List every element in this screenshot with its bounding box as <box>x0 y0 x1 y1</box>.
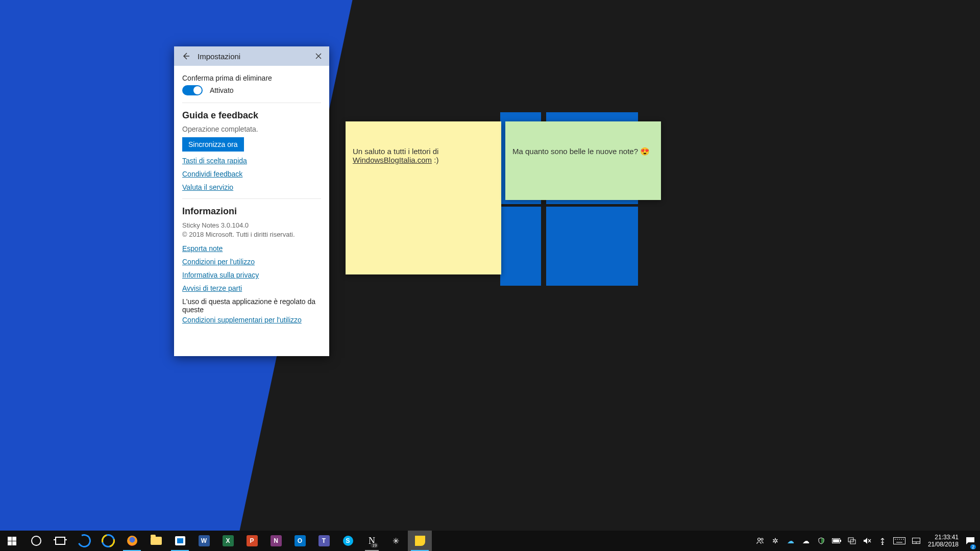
confirm-delete-label: Conferma prima di eliminare <box>182 74 321 82</box>
titlebar[interactable]: Impostazioni <box>174 46 329 66</box>
close-button[interactable] <box>311 48 326 64</box>
taskbar-app-ie[interactable] <box>96 531 120 551</box>
help-heading: Guida e feedback <box>182 110 321 121</box>
confirm-delete-toggle[interactable] <box>182 85 203 95</box>
notification-badge: 2 <box>970 544 976 549</box>
svg-rect-3 <box>840 540 841 542</box>
taskbar-app-excel[interactable]: X <box>216 531 240 551</box>
desktop-wallpaper <box>0 0 980 551</box>
copyright: © 2018 Microsoft. Tutti i diritti riserv… <box>182 230 321 239</box>
task-view-button[interactable] <box>48 531 72 551</box>
app-version: Sticky Notes 3.0.104.0 <box>182 221 321 230</box>
taskbar-app-store[interactable] <box>168 531 192 551</box>
clock-time: 21:33:41 <box>928 534 959 541</box>
usage-text: L'uso di questa applicazione è regolato … <box>182 297 321 314</box>
sticky-note-green[interactable]: Ma quanto sono belle le nuove note? 😍 <box>505 121 661 200</box>
link-extra-terms[interactable]: Condizioni supplementari per l'utilizzo <box>182 316 302 324</box>
sync-status: Operazione completata. <box>182 125 321 133</box>
taskbar-app-stickynotes[interactable] <box>408 531 432 551</box>
link-privacy[interactable]: Informativa sulla privacy <box>182 271 259 279</box>
sync-now-button[interactable]: Sincronizza ora <box>182 137 244 152</box>
tray-volume-muted-icon[interactable] <box>860 531 875 551</box>
taskbar-app-outlook[interactable]: O <box>288 531 312 551</box>
svg-point-0 <box>757 538 760 541</box>
taskbar-app-edge[interactable] <box>72 531 96 551</box>
link-feedback[interactable]: Condividi feedback <box>182 170 242 178</box>
taskbar-app-onenote[interactable]: N <box>264 531 288 551</box>
taskbar-app-settings[interactable]: ✳ <box>384 531 408 551</box>
tray-onedrive-icon[interactable]: ☁ <box>783 531 798 551</box>
settings-body: Conferma prima di eliminare Attivato Gui… <box>174 66 329 332</box>
taskbar-app-explorer[interactable] <box>144 531 168 551</box>
sticky-note-yellow[interactable]: Un saluto a tutti i lettori di WindowsBl… <box>346 121 501 274</box>
svg-rect-4 <box>833 539 839 542</box>
taskbar-app-teams[interactable]: T <box>312 531 336 551</box>
tray-settings-icon[interactable]: ✲ <box>768 531 783 551</box>
svg-rect-8 <box>893 538 905 544</box>
clock-date: 21/08/2018 <box>928 541 959 548</box>
settings-window: Impostazioni Conferma prima di eliminare… <box>174 46 329 356</box>
tray-battery-icon[interactable] <box>829 531 844 551</box>
windows-logo-tile <box>500 207 541 286</box>
taskbar-app-n[interactable]: N19 <box>360 531 384 551</box>
info-heading: Informazioni <box>182 206 321 217</box>
divider <box>182 198 321 199</box>
taskbar-app-word[interactable]: W <box>192 531 216 551</box>
tray-onedrive-icon[interactable]: ☁ <box>798 531 814 551</box>
taskbar: W X P N O T S N19 ✳ ✲ ☁ ☁ <box>0 531 980 551</box>
taskbar-app-powerpoint[interactable]: P <box>240 531 264 551</box>
taskbar-clock[interactable]: 21:33:41 21/08/2018 <box>924 534 963 548</box>
action-center-button[interactable]: 2 <box>963 531 978 551</box>
tray-usb-icon[interactable] <box>875 531 890 551</box>
link-rate[interactable]: Valuta il servizio <box>182 183 233 191</box>
link-export-notes[interactable]: Esporta note <box>182 244 223 253</box>
window-title: Impostazioni <box>193 52 311 61</box>
taskbar-app-firefox[interactable] <box>120 531 144 551</box>
link-shortcuts[interactable]: Tasti di scelta rapida <box>182 157 247 165</box>
divider <box>182 103 321 103</box>
taskbar-app-skype[interactable]: S <box>336 531 360 551</box>
note-link[interactable]: WindowsBlogItalia.com <box>353 156 432 164</box>
note-text: Ma quanto sono belle le nuove note? 😍 <box>512 147 650 156</box>
link-terms[interactable]: Condizioni per l'utilizzo <box>182 258 255 266</box>
tray-screen-icon[interactable] <box>844 531 860 551</box>
toggle-state-label: Attivato <box>210 86 234 94</box>
tray-defender-icon[interactable] <box>814 531 829 551</box>
tray-keyboard-icon[interactable] <box>890 531 909 551</box>
link-thirdparty[interactable]: Avvisi di terze parti <box>182 284 242 292</box>
tray-touchpad-icon[interactable] <box>909 531 924 551</box>
back-button[interactable] <box>178 48 193 64</box>
note-text: :) <box>432 156 438 164</box>
note-text: Un saluto a tutti i lettori di <box>353 147 438 156</box>
system-tray: ✲ ☁ ☁ 21:33:41 21/08/2018 2 <box>752 531 980 551</box>
cortana-button[interactable] <box>24 531 48 551</box>
start-button[interactable] <box>0 531 24 551</box>
tray-people-icon[interactable] <box>752 531 768 551</box>
windows-logo-tile <box>546 207 638 286</box>
svg-point-1 <box>761 538 763 540</box>
svg-point-7 <box>882 544 883 545</box>
